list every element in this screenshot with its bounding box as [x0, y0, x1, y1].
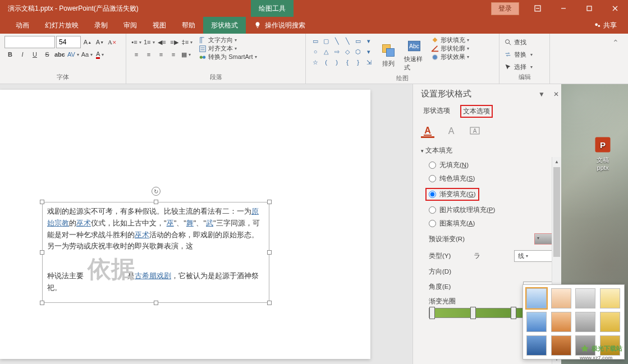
text-effects-icon[interactable]: A [444, 125, 458, 138]
preset-swatch[interactable] [526, 312, 547, 332]
preset-swatch[interactable] [551, 335, 571, 356]
italic-button[interactable]: I [17, 49, 28, 60]
tab-animations[interactable]: 动画 [8, 17, 37, 34]
align-text-button[interactable]: 对齐文本 [196, 44, 259, 53]
preset-gradient-dropdown[interactable] [534, 233, 553, 245]
scroll-thumb[interactable] [553, 167, 560, 257]
columns-button[interactable]: ▦ [180, 49, 191, 60]
quick-styles-button[interactable]: Abc 快速样式 [403, 36, 425, 74]
justify-button[interactable]: ≡ [168, 49, 179, 60]
text-shadow-button[interactable]: abє [54, 49, 66, 60]
select-button[interactable]: 选择 [504, 61, 545, 73]
radio-picture-fill[interactable]: 图片或纹理填充(P) [429, 206, 561, 214]
ribbon-group-drawing: ▭▢╲╲▭▾ ○△⇨◇⬡▾ ☆(){}⇲ 排列 Abc 快速样式 形状填充 形状… [306, 34, 499, 84]
numbering-button[interactable]: 1≡ [143, 36, 155, 48]
gradient-type-select[interactable]: 线 [514, 250, 553, 262]
preset-swatch[interactable] [600, 288, 620, 308]
preset-swatch[interactable] [526, 288, 547, 308]
preset-swatch[interactable] [575, 288, 595, 308]
font-size-select[interactable] [56, 36, 81, 48]
arrange-button[interactable]: 排列 [377, 36, 400, 74]
ribbon-options-icon[interactable] [525, 0, 551, 17]
underline-button[interactable]: U [29, 49, 40, 60]
resize-handle[interactable] [40, 301, 44, 305]
tab-help[interactable]: 帮助 [174, 17, 203, 34]
tab-view[interactable]: 视图 [145, 17, 174, 34]
textbox-icon[interactable]: A [468, 125, 482, 138]
decrease-indent-button[interactable]: ◀≡ [157, 36, 168, 48]
shape-effects-button[interactable]: 形状效果 [429, 53, 471, 61]
preset-swatch[interactable] [600, 312, 620, 332]
prop-type: 类型(Y)ラ 线 [429, 250, 561, 262]
pane-close-icon[interactable]: ✕ [551, 89, 561, 99]
svg-text:A: A [448, 126, 455, 136]
radio-no-fill[interactable]: 无填充(N) [429, 161, 561, 169]
increase-indent-button[interactable]: ≡▶ [169, 36, 180, 48]
shape-outline-button[interactable]: 形状轮廓 [429, 44, 471, 53]
login-button[interactable]: 登录 [491, 2, 519, 15]
minimize-icon[interactable] [551, 0, 576, 17]
tab-slideshow[interactable]: 幻灯片放映 [37, 17, 86, 34]
link-wu-dance[interactable]: 舞 [186, 219, 194, 227]
preset-swatch[interactable] [551, 312, 571, 332]
preset-swatch[interactable] [551, 288, 571, 308]
resize-handle[interactable] [154, 301, 158, 305]
rotate-handle-icon[interactable]: ↻ [152, 187, 161, 196]
preset-swatch[interactable] [526, 335, 547, 356]
close-icon[interactable] [602, 0, 628, 17]
pane-dropdown-icon[interactable]: ▼ [537, 89, 547, 99]
link-wu-martial[interactable]: 武 [206, 219, 213, 227]
resize-handle[interactable] [267, 301, 272, 305]
character-spacing-button[interactable]: AV [67, 49, 80, 60]
tab-record[interactable]: 录制 [86, 17, 116, 34]
maximize-icon[interactable] [576, 0, 602, 17]
share-button[interactable]: 共享 [594, 21, 617, 30]
radio-pattern-fill[interactable]: 图案填充(A) [429, 219, 561, 228]
shape-fill-button[interactable]: 形状填充 [429, 36, 471, 44]
align-left-button[interactable]: ≡ [131, 49, 142, 60]
font-family-select[interactable] [4, 36, 55, 48]
svg-point-8 [203, 56, 205, 58]
tab-text-options[interactable]: 文本选项 [460, 105, 493, 118]
slide-canvas[interactable]: ↻ 戏剧的起源实不可考，有多种假说。比较主流的看法有二：一为原始宗教的巫术仪式，… [0, 84, 412, 364]
convert-smartart-button[interactable]: 转换为 SmartArt [196, 53, 259, 61]
section-text-fill[interactable]: 文本填充 [421, 146, 561, 155]
preset-swatch[interactable] [575, 312, 595, 332]
ribbon-group-font: A▲ A▼ A✕ B I U S abє AV Aa A 字体 [0, 34, 126, 84]
tab-shape-options[interactable]: 形状选项 [421, 105, 452, 118]
text-direction-button[interactable]: 文字方向 [196, 36, 259, 44]
scroll-up-icon[interactable]: ▲ [552, 157, 561, 167]
align-center-button[interactable]: ≡ [143, 49, 154, 60]
decrease-font-icon[interactable]: A▼ [94, 36, 106, 48]
radio-gradient-fill[interactable]: 渐变填充(G) [425, 188, 479, 201]
font-color-button[interactable]: A [94, 49, 106, 60]
line-spacing-button[interactable]: ‡≡ [181, 36, 194, 48]
link-wu[interactable]: 巫 [167, 219, 174, 227]
shapes-gallery[interactable]: ▭▢╲╲▭▾ ○△⇨◇⬡▾ ☆(){}⇲ [310, 36, 374, 74]
link-greek-drama[interactable]: 古希腊戏剧 [135, 271, 171, 280]
textbox-content[interactable]: 戏剧的起源实不可考，有多种假说。比较主流的看法有二：一为原始宗教的巫术仪式，比如… [43, 202, 269, 297]
change-case-button[interactable]: Aa [81, 49, 93, 60]
replace-button[interactable]: 替换 [504, 48, 545, 61]
tab-shape-format[interactable]: 形状格式 [203, 17, 246, 34]
collapse-ribbon-icon[interactable]: ⌃ [554, 36, 624, 49]
lightbulb-icon [254, 21, 262, 29]
svg-rect-6 [200, 45, 206, 52]
strikethrough-button[interactable]: S [42, 49, 53, 60]
tab-review[interactable]: 审阅 [116, 17, 145, 34]
bold-button[interactable]: B [4, 49, 16, 60]
link-wushu1[interactable]: 巫术 [76, 219, 91, 227]
align-right-button[interactable]: ≡ [155, 49, 167, 60]
group-label-editing: 编辑 [504, 73, 545, 82]
link-wushu2[interactable]: 巫术 [135, 231, 149, 239]
text-fill-outline-icon[interactable]: A [421, 125, 434, 138]
group-label-drawing: 绘图 [310, 74, 494, 84]
find-button[interactable]: 查找 [504, 36, 545, 48]
clear-formatting-icon[interactable]: A✕ [107, 36, 118, 48]
bullets-button[interactable]: •≡ [131, 36, 142, 48]
radio-solid-fill[interactable]: 纯色填充(S) [429, 174, 561, 183]
tell-me-search[interactable]: 操作说明搜索 [254, 21, 305, 30]
contextual-tab-drawing-tools[interactable]: 绘图工具 [251, 0, 294, 17]
selected-textbox[interactable]: ↻ 戏剧的起源实不可考，有多种假说。比较主流的看法有二：一为原始宗教的巫术仪式，… [42, 202, 269, 303]
increase-font-icon[interactable]: A▲ [82, 36, 93, 48]
